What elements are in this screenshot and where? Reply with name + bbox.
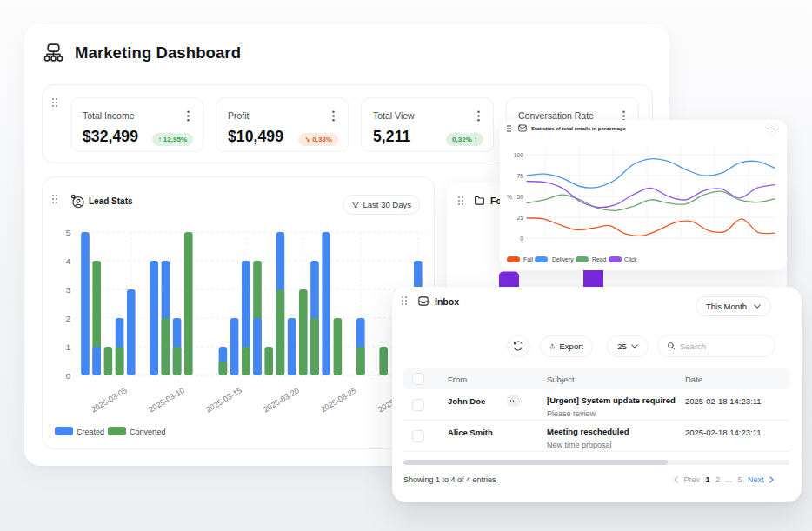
- date-cell: 2025-02-18 14:23:11: [685, 428, 762, 437]
- svg-text:2025-03-15: 2025-03-15: [204, 386, 243, 414]
- sender-name: John Doe: [448, 396, 485, 406]
- refresh-button[interactable]: [507, 335, 529, 357]
- svg-text:Fail: Fail: [523, 256, 533, 262]
- stat-card-total-income: Total Income $32,499 ↑ 12,95%: [70, 97, 203, 152]
- inbox-icon: [417, 295, 429, 307]
- inbox-table: From Subject Date John Doe [Urgent] Syst…: [403, 368, 789, 452]
- subject-text: [Urgent] System update required: [547, 395, 676, 405]
- page-size-value: 25: [617, 342, 627, 351]
- trend-badge: ↑ 12,95%: [152, 133, 193, 146]
- svg-text:100: 100: [514, 152, 524, 158]
- svg-text:Click: Click: [624, 256, 637, 262]
- inbox-header: Inbox: [417, 295, 459, 307]
- subject-cell: [Urgent] System update required Please r…: [547, 395, 676, 418]
- svg-text:75: 75: [516, 173, 523, 179]
- drag-handle-icon[interactable]: [52, 98, 59, 109]
- stat-title: Total Income: [83, 110, 135, 121]
- scrollbar-thumb[interactable]: [403, 460, 668, 465]
- stat-value: $32,499: [83, 128, 138, 146]
- period-label: This Month: [706, 302, 747, 311]
- trend-badge: ↘ 0,33%: [298, 133, 338, 146]
- page-1-button[interactable]: 1: [705, 475, 709, 484]
- row-checkbox[interactable]: [412, 430, 424, 442]
- sitemap-icon: [42, 41, 65, 64]
- stat-card-total-view: Total View 5,211 0,32% ↑: [361, 97, 494, 152]
- stat-card-profit: Profit $10,499 ↘ 0,33%: [216, 97, 349, 152]
- chevron-right-icon[interactable]: [769, 476, 774, 483]
- search-input[interactable]: [680, 342, 758, 351]
- column-header-subject: Subject: [547, 375, 575, 384]
- email-statistics-card: Statistics of total emails in percentage…: [500, 120, 787, 270]
- svg-text:2025-03-20: 2025-03-20: [262, 386, 301, 414]
- table-header-row: From Subject Date: [403, 368, 789, 389]
- prev-button[interactable]: Prev: [683, 475, 700, 484]
- kebab-menu-icon[interactable]: [183, 109, 193, 123]
- svg-text:Delivery: Delivery: [552, 256, 574, 263]
- subject-preview: New time proposal: [547, 441, 629, 449]
- stat-title: Profit: [228, 110, 250, 121]
- stat-title: Total View: [373, 110, 415, 121]
- email-line-chart: 0255075100%FailDeliveryReadClick: [500, 120, 787, 270]
- svg-text:2025-03-10: 2025-03-10: [147, 386, 186, 414]
- svg-text:4: 4: [66, 256, 70, 266]
- page-title: Marketing Dashboard: [75, 43, 241, 63]
- svg-text:0: 0: [66, 371, 70, 381]
- drag-handle-icon[interactable]: [402, 296, 409, 307]
- inbox-footer: Showing 1 to 4 of 4 entries Prev 1 2 ...…: [403, 472, 774, 488]
- svg-text:25: 25: [516, 215, 523, 221]
- search-input-wrap: [657, 335, 775, 357]
- export-label: Export: [560, 342, 583, 351]
- period-select[interactable]: This Month: [696, 296, 771, 316]
- chevron-left-icon[interactable]: [674, 476, 678, 483]
- pagination-ellipsis: ...: [725, 475, 732, 484]
- chevron-down-icon: [631, 344, 638, 348]
- select-all-checkbox[interactable]: [412, 373, 424, 385]
- entries-summary: Showing 1 to 4 of 4 entries: [403, 475, 496, 484]
- subject-cell: Meeting rescheduled New time proposal: [547, 427, 629, 449]
- upload-icon: [549, 342, 556, 351]
- chevron-down-icon: [754, 304, 761, 309]
- inbox-title: Inbox: [435, 296, 459, 307]
- next-button[interactable]: Next: [748, 475, 764, 484]
- svg-text:2025-03-05: 2025-03-05: [90, 386, 129, 414]
- svg-text:Converted: Converted: [130, 428, 166, 436]
- svg-text:Created: Created: [77, 428, 104, 436]
- column-header-from: From: [448, 375, 467, 384]
- horizontal-scrollbar[interactable]: [403, 460, 789, 465]
- lead-stats-bar-chart: 0123452025-03-052025-03-102025-03-152025…: [43, 177, 436, 450]
- trend-badge: 0,32% ↑: [446, 133, 483, 146]
- table-row[interactable]: John Doe [Urgent] System update required…: [403, 389, 789, 421]
- page-5-button[interactable]: 5: [737, 475, 742, 484]
- svg-text:3: 3: [66, 285, 70, 295]
- page-size-select[interactable]: 25: [607, 335, 649, 357]
- pagination: Prev 1 2 ... 5 Next: [674, 475, 774, 484]
- sender-name: Alice Smith: [448, 428, 493, 437]
- svg-text:0: 0: [520, 236, 523, 242]
- search-icon: [667, 342, 676, 350]
- svg-text:50: 50: [516, 194, 523, 200]
- column-header-date: Date: [685, 375, 702, 384]
- svg-text:2: 2: [66, 314, 70, 323]
- svg-text:2025-03-25: 2025-03-25: [319, 386, 358, 414]
- subject-preview: Please review: [547, 409, 676, 418]
- page-2-button[interactable]: 2: [715, 475, 720, 484]
- kebab-menu-icon[interactable]: [473, 109, 483, 123]
- svg-text:1: 1: [66, 342, 70, 352]
- row-checkbox[interactable]: [412, 399, 424, 411]
- page-header: Marketing Dashboard: [42, 41, 241, 64]
- export-button[interactable]: Export: [540, 335, 593, 357]
- stat-value: 5,211: [373, 128, 410, 146]
- subject-text: Meeting rescheduled: [547, 427, 629, 436]
- svg-text:%: %: [507, 194, 512, 200]
- lead-stats-panel: Lead Stats Last 30 Days 0123452025-03-05…: [42, 176, 435, 449]
- date-cell: 2025-02-18 14:23:11: [685, 396, 762, 406]
- stat-value: $10,499: [228, 128, 283, 146]
- more-horizontal-icon[interactable]: [507, 395, 520, 407]
- svg-text:Read: Read: [592, 256, 606, 262]
- inbox-card: Inbox This Month Export 25: [392, 287, 802, 502]
- svg-text:5: 5: [66, 228, 70, 237]
- table-row[interactable]: Alice Smith Meeting rescheduled New time…: [403, 421, 789, 452]
- refresh-icon: [513, 341, 523, 351]
- kebab-menu-icon[interactable]: [328, 109, 338, 123]
- inbox-toolbar: Export 25: [507, 335, 775, 357]
